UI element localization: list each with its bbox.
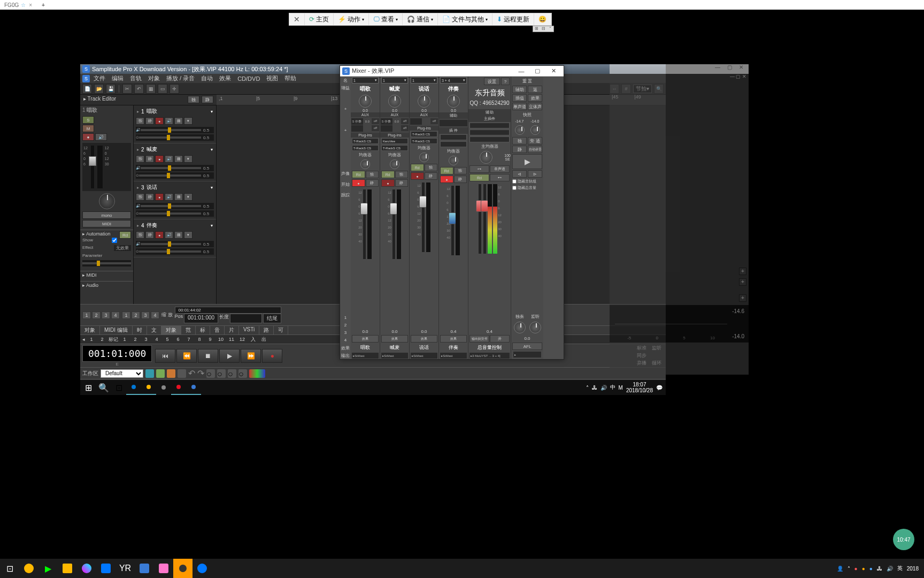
tool-icon[interactable] (178, 369, 186, 378)
effect-button[interactable]: 效果 (440, 335, 467, 343)
input-select[interactable]: 1▾ (411, 77, 437, 83)
aux-toggle[interactable]: off (372, 125, 379, 131)
ime-indicator[interactable]: 中 (610, 384, 615, 391)
monitor-button[interactable]: 🔊 (165, 117, 173, 125)
network-icon[interactable]: 🖧 (877, 566, 882, 572)
effect-button[interactable]: 效果 (381, 335, 408, 343)
plugin-slot[interactable]: T-RackS CS (352, 145, 379, 151)
tab-marker[interactable]: 标 (196, 326, 210, 334)
crosshair-icon[interactable]: ✛ (170, 84, 179, 94)
taskview-icon[interactable]: ⊡ (0, 559, 19, 578)
hide-bus-checkbox[interactable] (512, 179, 517, 184)
add-button[interactable]: + (739, 294, 746, 302)
maximize-button[interactable]: ▢ (529, 66, 545, 76)
tray-icon[interactable]: ● (854, 566, 858, 572)
app-icon[interactable] (171, 380, 186, 395)
read-button[interactable]: Rd (411, 164, 424, 171)
samplitude-icon[interactable] (186, 380, 201, 395)
tab-midi-edit[interactable]: MIDI 编辑 (100, 326, 133, 334)
volume-icon[interactable]: 🔊 (887, 566, 893, 572)
aux-button[interactable]: 辅助 (512, 86, 527, 93)
plugin-slot[interactable]: T-RackS CS (381, 145, 408, 151)
record-arm-button[interactable]: ● (82, 133, 94, 141)
record-arm-button[interactable]: ● (352, 179, 365, 187)
record-arm-button[interactable]: ● (155, 193, 164, 201)
aux-toggle[interactable]: off (401, 118, 409, 124)
pan-knob[interactable] (449, 156, 458, 165)
end-button[interactable]: 结尾 (263, 314, 281, 323)
effect-button[interactable]: 效果 (352, 335, 379, 343)
tool-icon[interactable]: ○ (228, 369, 236, 378)
fx-button[interactable]: ▤ (174, 193, 183, 201)
nav-button[interactable]: ⊳ (528, 170, 542, 178)
output-file-button[interactable]: 输出到文件 (469, 335, 489, 343)
output-select[interactable]: ▸StMast (411, 353, 437, 359)
menu-cddvd[interactable]: CD/DVD (235, 75, 263, 82)
read-button[interactable]: Rd (440, 167, 453, 174)
mute-button[interactable]: 静 (145, 231, 154, 239)
pan-knob[interactable] (360, 159, 370, 169)
bypass-button[interactable]: 旁 通 (528, 137, 542, 144)
effect-button[interactable]: 效果 (411, 335, 437, 343)
track-title[interactable]: ▸4伴奏▾ (134, 220, 216, 230)
rewind-start-button[interactable]: ⏮ (155, 349, 175, 363)
tool-icon[interactable]: ▦ (146, 84, 156, 94)
solo-button[interactable]: 独 (136, 155, 144, 163)
clock[interactable]: 18:07 2018/10/28 (626, 382, 653, 393)
plugin-slot[interactable]: T-RackS CS (352, 138, 379, 144)
remote-close-button[interactable]: ✕ (289, 13, 305, 25)
taskview-icon[interactable]: ⊡ (111, 380, 126, 395)
record-arm-button[interactable]: ● (440, 176, 453, 183)
menu-effects[interactable]: 效果 (217, 74, 234, 82)
tab-visual[interactable]: 可 (274, 326, 288, 334)
people-icon[interactable]: 👤 (837, 566, 843, 572)
mute-button[interactable]: 静 (366, 179, 379, 187)
automation-rd-button[interactable]: Rd (119, 231, 131, 239)
mono-button[interactable]: 单声道 (512, 103, 527, 110)
length-field[interactable] (230, 314, 262, 323)
tab-vsti[interactable]: VSTi (239, 326, 259, 334)
tab-object2[interactable]: 对象 (161, 326, 181, 334)
minimize-button[interactable]: — (513, 66, 529, 76)
menu-object[interactable]: 对象 (145, 74, 163, 82)
stop-button[interactable]: ⏹ (198, 349, 218, 363)
gain-knob[interactable] (447, 95, 460, 108)
mute-button[interactable]: 静 (425, 172, 438, 180)
solo-button[interactable]: 独 (395, 171, 409, 178)
app-icon[interactable] (77, 559, 96, 578)
gain-knob[interactable] (388, 95, 401, 108)
menu-edit[interactable]: 编辑 (109, 74, 126, 82)
output-select[interactable]: ▸StMast (440, 353, 467, 359)
track-title[interactable]: ▸1唱歌▾ (134, 107, 216, 116)
menu-help[interactable]: 帮助 (282, 74, 299, 82)
pan-slider[interactable]: ⊙0.5 (136, 248, 214, 255)
nav-button[interactable]: ⊲ (512, 170, 527, 178)
menu-view[interactable]: 视图 (264, 74, 281, 82)
aux-send-select[interactable]: 5 伴奏 (351, 118, 363, 125)
bypass-button[interactable]: 并 (490, 335, 510, 343)
record-arm-button[interactable]: ● (411, 172, 424, 180)
settings-button[interactable]: 设置 (484, 78, 500, 85)
position-field[interactable]: 001:01:000 (184, 314, 218, 323)
tab-text[interactable]: 文 (147, 326, 161, 334)
solo-button[interactable]: 独 (188, 96, 199, 103)
side-output[interactable]: ▸ (513, 352, 541, 358)
aux-toggle[interactable]: off (401, 125, 409, 131)
pan-knob[interactable] (419, 153, 429, 162)
channel-fader[interactable]: 1260612203040 (439, 184, 468, 329)
close-button[interactable]: ✕ (545, 66, 561, 76)
mute-button[interactable]: 静 (512, 146, 527, 153)
help-button[interactable]: ? (501, 78, 510, 85)
add-button[interactable]: + (739, 278, 746, 286)
tab-time[interactable]: 时 (133, 326, 147, 334)
gain-knob[interactable] (418, 95, 430, 108)
insert-button[interactable]: 插值 (512, 94, 527, 102)
record-arm-button[interactable]: ● (155, 117, 164, 125)
return-button[interactable]: 返 (528, 86, 542, 93)
app-icon[interactable] (96, 559, 116, 578)
track-title[interactable]: ▸2喊麦▾ (134, 144, 216, 154)
mute-button[interactable]: 静 (145, 117, 154, 125)
cut-icon[interactable]: ✂ (122, 84, 132, 94)
track-fader[interactable]: 12606 1201230 (82, 143, 131, 191)
mono-button[interactable]: 单声道 (490, 165, 510, 173)
